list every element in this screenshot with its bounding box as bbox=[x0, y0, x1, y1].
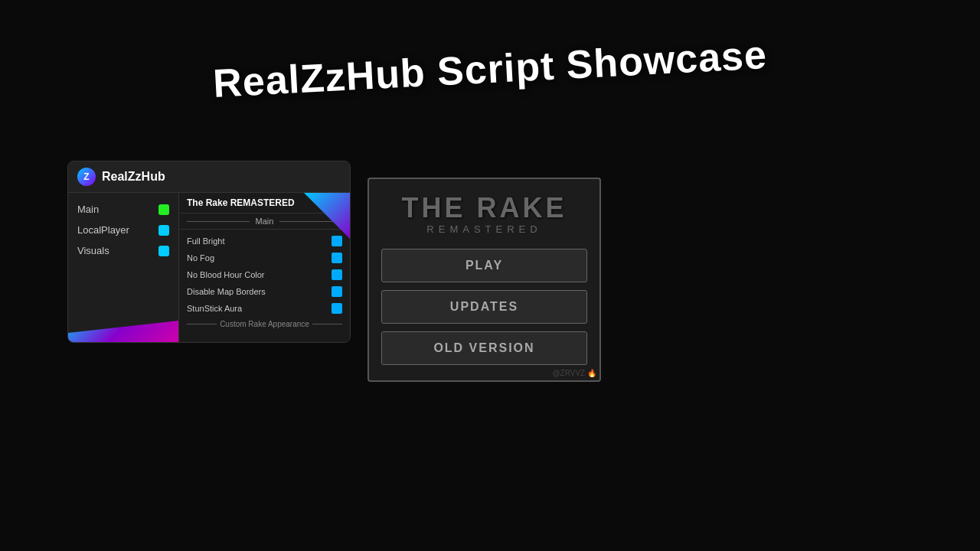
tab-divider-left bbox=[187, 221, 250, 222]
sidebar-dot-main bbox=[158, 204, 169, 215]
tab-bar: Main bbox=[179, 214, 350, 230]
feature-list: Full Bright No Fog No Blood Hour Color D… bbox=[179, 230, 350, 334]
section-divider-custom-rake: Custom Rake Appearance bbox=[179, 317, 350, 331]
showcase-title: RealZzHub Script Showcase bbox=[212, 31, 768, 106]
gui-logo-icon: Z bbox=[77, 168, 96, 186]
divider-line-right bbox=[312, 324, 342, 324]
game-logo-subtitle: REMASTERED bbox=[401, 223, 567, 235]
gui-game-title: The Rake REMASTERED bbox=[187, 197, 342, 208]
gui-header: Z RealZzHub bbox=[68, 161, 350, 193]
toggle-no-blood-hour[interactable] bbox=[332, 269, 342, 280]
sidebar-dot-visuals bbox=[158, 246, 169, 256]
watermark: @ZRVVZ 🔥 bbox=[552, 369, 596, 377]
sidebar-label-visuals: Visuals bbox=[77, 245, 109, 256]
gui-main-area: The Rake REMASTERED Main Full Bright No … bbox=[179, 193, 350, 342]
play-button[interactable]: PLAY bbox=[381, 249, 587, 282]
sidebar-label-main: Main bbox=[77, 204, 99, 215]
gui-panel: Z RealZzHub Main LocalPlayer Visuals The… bbox=[67, 161, 351, 343]
game-logo-area: THE RAKE REMASTERED bbox=[401, 194, 567, 235]
sidebar-item-visuals[interactable]: Visuals bbox=[68, 240, 178, 261]
sidebar-label-localplayer: LocalPlayer bbox=[77, 224, 129, 236]
old-version-button[interactable]: OLD VERSION bbox=[381, 331, 587, 365]
feature-label-stunstick-aura: StunStick Aura bbox=[187, 304, 242, 313]
feature-label-disable-map-borders: Disable Map Borders bbox=[187, 287, 266, 296]
tab-divider-right bbox=[279, 221, 342, 222]
feature-no-blood-hour[interactable]: No Blood Hour Color bbox=[179, 266, 350, 283]
gui-body: Main LocalPlayer Visuals The Rake REMAST… bbox=[68, 193, 350, 342]
feature-label-no-blood-hour: No Blood Hour Color bbox=[187, 270, 265, 279]
divider-line-left bbox=[187, 324, 217, 324]
toggle-full-bright[interactable] bbox=[332, 236, 342, 246]
feature-full-bright[interactable]: Full Bright bbox=[179, 233, 350, 249]
toggle-stunstick-aura[interactable] bbox=[332, 303, 342, 314]
game-logo-title: THE RAKE bbox=[401, 194, 567, 222]
gui-title: RealZzHub bbox=[102, 170, 165, 184]
updates-button[interactable]: UPDATES bbox=[381, 290, 587, 324]
sidebar-dot-localplayer bbox=[158, 225, 169, 236]
game-menu-panel: THE RAKE REMASTERED PLAY UPDATES OLD VER… bbox=[368, 178, 601, 382]
feature-stunstick-aura[interactable]: StunStick Aura bbox=[179, 300, 350, 317]
sidebar-item-main[interactable]: Main bbox=[68, 199, 178, 220]
toggle-no-fog[interactable] bbox=[332, 253, 342, 263]
feature-label-full-bright: Full Bright bbox=[187, 236, 225, 246]
feature-no-fog[interactable]: No Fog bbox=[179, 249, 350, 266]
sidebar-item-localplayer[interactable]: LocalPlayer bbox=[68, 220, 178, 240]
divider-label: Custom Rake Appearance bbox=[220, 320, 309, 328]
tab-main-label[interactable]: Main bbox=[256, 217, 274, 226]
gui-main-header: The Rake REMASTERED bbox=[179, 193, 350, 214]
gui-sidebar: Main LocalPlayer Visuals bbox=[68, 193, 179, 342]
toggle-disable-map-borders[interactable] bbox=[332, 286, 342, 297]
feature-disable-map-borders[interactable]: Disable Map Borders bbox=[179, 283, 350, 300]
feature-label-no-fog: No Fog bbox=[187, 253, 214, 262]
